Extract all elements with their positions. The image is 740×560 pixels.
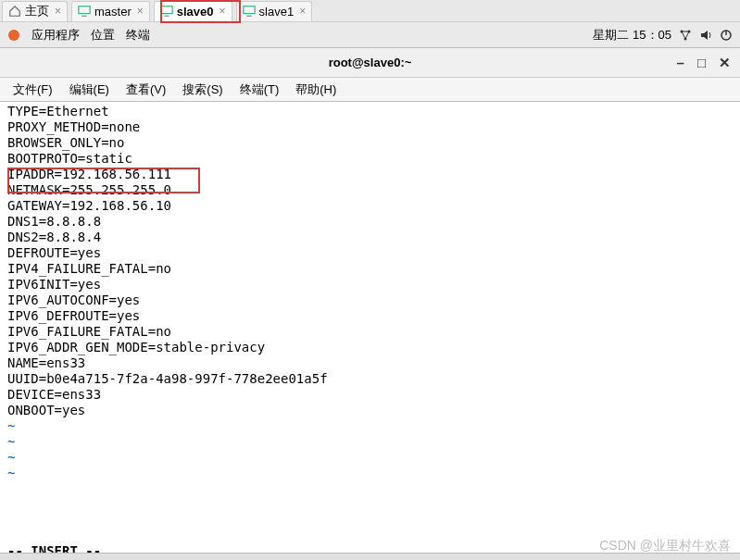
svg-point-6	[8, 30, 19, 41]
window-title-bar: root@slave0:~ – □ ✕	[0, 48, 740, 78]
tab-label: master	[94, 5, 132, 19]
menu-terminal[interactable]: 终端(T)	[234, 80, 285, 100]
monitor-icon	[160, 5, 173, 18]
top-tabs-bar: 主页 × master × slave0 × slave1 ×	[0, 0, 740, 22]
window-title: root@slave0:~	[329, 56, 412, 69]
menu-bar: 文件(F) 编辑(E) 查看(V) 搜索(S) 终端(T) 帮助(H)	[0, 78, 740, 102]
bottom-taskbar	[0, 553, 740, 560]
tab-label: 主页	[25, 3, 49, 19]
home-icon	[8, 5, 21, 18]
power-icon[interactable]	[720, 29, 733, 42]
svg-rect-4	[243, 6, 254, 14]
menu-help[interactable]: 帮助(H)	[290, 80, 342, 100]
tab-label: slave1	[259, 5, 295, 19]
maximize-button[interactable]: □	[697, 55, 706, 71]
volume-icon[interactable]	[699, 29, 712, 42]
close-icon[interactable]: ×	[299, 5, 306, 18]
monitor-icon	[78, 5, 91, 18]
minimize-button[interactable]: –	[677, 55, 684, 71]
tab-slave0[interactable]: slave0 ×	[154, 1, 232, 21]
menu-edit[interactable]: 编辑(E)	[64, 80, 115, 100]
menu-search[interactable]: 搜索(S)	[177, 80, 228, 100]
location-menu[interactable]: 位置	[91, 27, 115, 44]
desktop-top-bar: 应用程序 位置 终端 星期二 15：05	[0, 22, 740, 48]
close-icon[interactable]: ×	[55, 5, 61, 18]
tab-master[interactable]: master ×	[71, 1, 150, 21]
clock-text: 星期二 15：05	[593, 27, 671, 44]
firefox-icon[interactable]	[7, 29, 20, 42]
tab-label: slave0	[177, 5, 214, 19]
close-icon[interactable]: ×	[219, 5, 226, 18]
tab-slave1[interactable]: slave1 ×	[236, 1, 313, 21]
applications-menu[interactable]: 应用程序	[31, 27, 80, 44]
svg-rect-0	[79, 6, 90, 14]
network-icon[interactable]	[679, 29, 692, 42]
close-button[interactable]: ✕	[719, 55, 731, 71]
monitor-icon	[243, 5, 256, 18]
svg-rect-2	[161, 6, 172, 14]
tab-home[interactable]: 主页 ×	[2, 1, 68, 21]
menu-view[interactable]: 查看(V)	[120, 80, 171, 100]
menu-file[interactable]: 文件(F)	[7, 80, 58, 100]
terminal-menu[interactable]: 终端	[126, 27, 150, 44]
terminal-content[interactable]: TYPE=Ethernet PROXY_METHOD=none BROWSER_…	[0, 102, 740, 543]
close-icon[interactable]: ×	[137, 5, 144, 18]
